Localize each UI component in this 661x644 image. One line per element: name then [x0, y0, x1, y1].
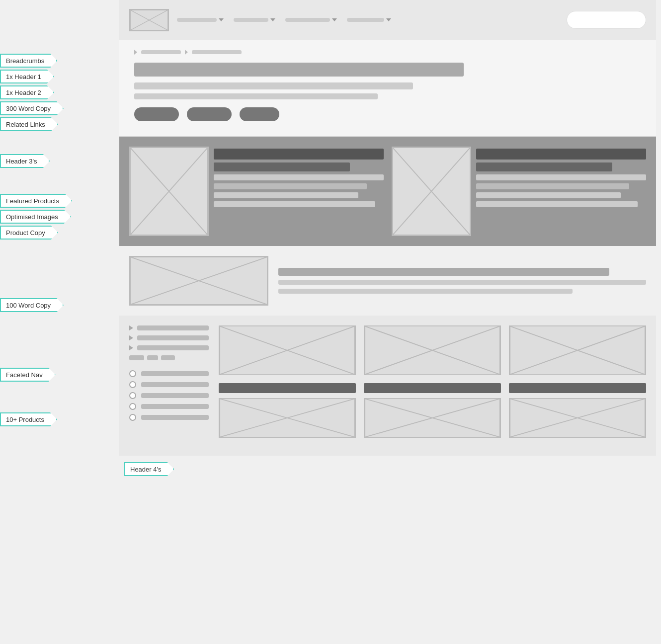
- nav-item-1[interactable]: [177, 18, 224, 22]
- grid-product-2: [364, 325, 501, 375]
- hero-btn-2[interactable]: [187, 107, 232, 121]
- navigation-bar: [119, 0, 656, 40]
- product-info-1: [214, 147, 384, 236]
- label-header4s: Header 4's: [124, 462, 174, 476]
- nav-items: [177, 18, 559, 22]
- hero-header2: [134, 82, 413, 89]
- hero-btn-3[interactable]: [240, 107, 279, 121]
- label-word100: 100 Word Copy: [0, 298, 64, 312]
- filter-bar-3: [161, 355, 175, 360]
- facet-arrow-2[interactable]: [129, 335, 133, 340]
- nav-radio-3: [129, 392, 209, 399]
- facet-bar-2: [137, 335, 209, 340]
- facet-row-3: [129, 345, 209, 350]
- faceted-nav: [129, 325, 209, 446]
- featured-products-section: [119, 137, 656, 246]
- search-box[interactable]: [567, 11, 646, 29]
- radio-bar-5: [141, 415, 209, 420]
- hero-header1: [134, 63, 464, 77]
- breadcrumb-row: [134, 50, 641, 55]
- copy-image: [129, 256, 268, 306]
- product-grid-row-1: [219, 325, 646, 375]
- nav-product-list: [129, 370, 209, 421]
- radio-1[interactable]: [129, 370, 136, 377]
- grid-product-3: [509, 325, 646, 375]
- label-header2: 1x Header 2: [0, 85, 54, 99]
- radio-bar-2: [141, 382, 209, 387]
- grid-product-4: [219, 398, 356, 438]
- grid-img-5: [364, 398, 501, 438]
- grid-product-5: [364, 398, 501, 438]
- product-grid-row-2: [219, 398, 646, 438]
- filter-bar-2: [147, 355, 158, 360]
- hero-header3: [134, 93, 378, 99]
- product-card-1: [129, 147, 384, 236]
- filter-bar-1: [129, 355, 144, 360]
- hero-section: [119, 40, 656, 137]
- grid-img-6: [509, 398, 646, 438]
- label-related: Related Links: [0, 117, 58, 131]
- prod-title-2: [476, 149, 646, 160]
- label-optimised: Optimised Images: [0, 210, 71, 224]
- facet-bar-3: [137, 345, 209, 350]
- radio-2[interactable]: [129, 381, 136, 388]
- product-grid: [219, 325, 646, 446]
- label-featured: Featured Products: [0, 194, 72, 208]
- radio-5[interactable]: [129, 414, 136, 421]
- prod-subtitle-1: [214, 162, 350, 171]
- nav-radio-2: [129, 381, 209, 388]
- label-header3s: Header 3's: [0, 154, 50, 168]
- nav-radio-4: [129, 403, 209, 410]
- label-product-copy: Product Copy: [0, 226, 58, 240]
- prod-bar-2c: [476, 192, 621, 198]
- product-info-2: [476, 147, 646, 236]
- prod-bar-1d: [214, 201, 375, 207]
- header4-bar-1: [219, 383, 356, 393]
- grid-product-6: [509, 398, 646, 438]
- label-products10: 10+ Products: [0, 412, 57, 426]
- prod-subtitle-2: [476, 162, 612, 171]
- grid-img-1: [219, 325, 356, 375]
- prod-bar-1c: [214, 192, 358, 198]
- copy-bar-1: [278, 268, 609, 276]
- header4s-row: [219, 383, 646, 393]
- prod-bar-1a: [214, 174, 384, 180]
- label-word300: 300 Word Copy: [0, 101, 64, 115]
- svg-line-1: [130, 10, 168, 30]
- prod-title-1: [214, 149, 384, 160]
- prod-bar-2b: [476, 183, 629, 189]
- hero-buttons: [134, 107, 641, 121]
- facet-bar-1: [137, 325, 209, 330]
- product-image-2: [392, 147, 471, 236]
- copy-text-block: [278, 268, 646, 294]
- logo: [129, 9, 169, 31]
- hero-btn-1[interactable]: [134, 107, 179, 121]
- header4-bar-2: [364, 383, 501, 393]
- label-faceted: Faceted Nav: [0, 368, 56, 382]
- grid-img-4: [219, 398, 356, 438]
- radio-4[interactable]: [129, 403, 136, 410]
- product-image-1: [129, 147, 209, 236]
- nav-item-2[interactable]: [234, 18, 275, 22]
- grid-img-3: [509, 325, 646, 375]
- facet-filters: [129, 355, 209, 360]
- listing-section: [119, 316, 656, 456]
- svg-line-2: [130, 10, 168, 30]
- product-card-2: [392, 147, 646, 236]
- grid-img-2: [364, 325, 501, 375]
- copy-section: [119, 246, 656, 316]
- prod-bar-1b: [214, 183, 367, 189]
- facet-arrow-1[interactable]: [129, 325, 133, 330]
- radio-bar-3: [141, 393, 209, 398]
- copy-bar-2: [278, 280, 646, 285]
- nav-item-3[interactable]: [285, 18, 337, 22]
- copy-bar-3: [278, 289, 573, 294]
- prod-bar-2d: [476, 201, 638, 207]
- nav-radio-5: [129, 414, 209, 421]
- nav-radio-1: [129, 370, 209, 377]
- facet-arrow-3[interactable]: [129, 345, 133, 350]
- label-breadcrumbs: Breadcrumbs: [0, 54, 57, 68]
- nav-item-4[interactable]: [347, 18, 391, 22]
- radio-3[interactable]: [129, 392, 136, 399]
- facet-row-1: [129, 325, 209, 330]
